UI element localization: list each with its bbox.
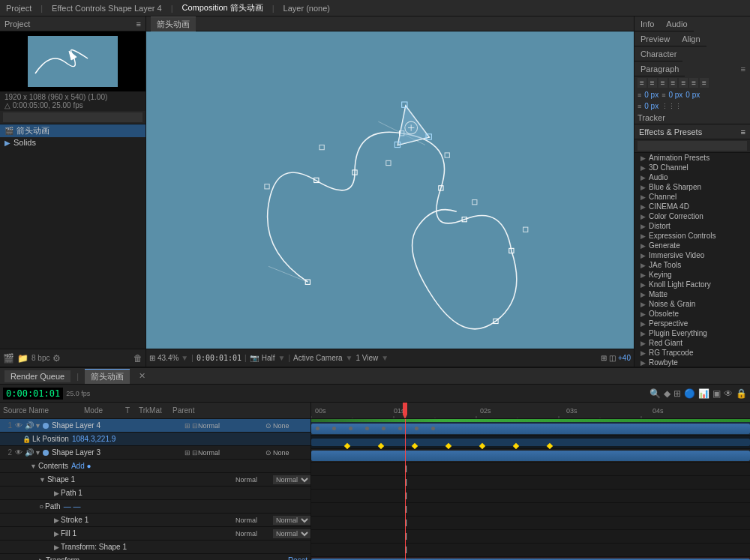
- effects-item[interactable]: ▶Knoll Light Factory: [634, 280, 750, 289]
- align-center-btn[interactable]: ≡: [648, 78, 657, 88]
- snapshot-icon[interactable]: 📷: [250, 354, 259, 362]
- project-search-input[interactable]: [3, 112, 142, 122]
- effects-item[interactable]: ▶Channel: [634, 192, 750, 202]
- fill1-mode[interactable]: Normal: [236, 530, 273, 538]
- expand-path1[interactable]: ▶: [54, 490, 59, 497]
- view-count[interactable]: 1 View: [356, 354, 379, 362]
- expand-fill1[interactable]: ▶: [54, 530, 59, 538]
- zoom-level[interactable]: 43.4%: [158, 354, 178, 362]
- effects-search-input[interactable]: [638, 141, 747, 151]
- effects-item[interactable]: ▶Noise & Grain: [634, 299, 750, 309]
- fill1-mode-select[interactable]: Normal: [273, 529, 310, 538]
- paragraph-menu[interactable]: ≡: [736, 64, 750, 73]
- track-1[interactable]: [311, 422, 750, 436]
- stroke1-mode-select[interactable]: Normal: [273, 516, 310, 525]
- settings-icon[interactable]: ⚙: [52, 353, 61, 364]
- justify-center-btn[interactable]: ≡: [679, 78, 688, 88]
- close-tab-icon[interactable]: ✕: [139, 371, 146, 381]
- shape1-mode-select[interactable]: Normal: [273, 475, 310, 484]
- tab-character[interactable]: Character: [634, 46, 682, 61]
- path1-row[interactable]: ▶ Path 1: [0, 487, 310, 500]
- resolution-select[interactable]: Half: [262, 354, 275, 362]
- effects-item[interactable]: ▶Perspective: [634, 319, 750, 328]
- transform-row[interactable]: ▶ Transform Reset: [0, 554, 310, 560]
- expand-1[interactable]: ▼: [34, 422, 41, 430]
- effects-item[interactable]: ▶3D Channel: [634, 163, 750, 172]
- add-button[interactable]: Add ●: [71, 462, 92, 470]
- shape1-row[interactable]: ▼ Shape 1 Normal Normal: [0, 473, 310, 487]
- effects-item[interactable]: ▶RG Trapcode: [634, 348, 750, 358]
- path-sub-row[interactable]: ○ Path — —: [0, 500, 310, 514]
- shy-icon[interactable]: 👁: [724, 388, 733, 399]
- expand-transform[interactable]: ▶: [39, 557, 44, 561]
- trash-icon[interactable]: 🗑: [134, 353, 142, 364]
- project-panel-title[interactable]: Project: [3, 4, 34, 13]
- tab-paragraph[interactable]: Paragraph: [634, 61, 685, 76]
- collapse-switch-1[interactable]: ⊟: [192, 422, 198, 430]
- effects-item[interactable]: ▶Obsolete: [634, 309, 750, 319]
- stroke1-row[interactable]: ▶ Stroke 1 Normal Normal: [0, 514, 310, 527]
- justify-all-btn[interactable]: ≡: [700, 78, 709, 88]
- shape1-mode[interactable]: Normal: [236, 476, 273, 484]
- effects-item[interactable]: ▶Distort: [634, 221, 750, 231]
- lock-icon[interactable]: 🔒: [736, 388, 747, 399]
- indent3-value[interactable]: 0 px: [686, 91, 700, 99]
- justify-left-btn[interactable]: ≡: [669, 78, 678, 88]
- time-ruler[interactable]: 00s 01s 02s 03s 04s: [311, 403, 750, 419]
- effects-item[interactable]: ▶CINEMA 4D: [634, 202, 750, 211]
- effects-item[interactable]: ▶Plugin Everything: [634, 328, 750, 338]
- layer-subrow-position[interactable]: 🔒 Lk Position 1084.3,221.9: [0, 433, 310, 446]
- effects-item[interactable]: ▶Blue & Sharpen: [634, 182, 750, 192]
- tab-audio[interactable]: Audio: [660, 16, 693, 31]
- collapse-switch-2[interactable]: ⊟: [192, 449, 198, 457]
- add-marker-icon[interactable]: ◆: [664, 388, 670, 399]
- motion-blur-icon[interactable]: 🔵: [684, 388, 695, 399]
- grid-icon[interactable]: ⊞: [601, 354, 607, 362]
- new-comp-icon[interactable]: 🎬: [3, 353, 14, 364]
- parent-icon-1[interactable]: ⊙: [266, 422, 272, 430]
- indent-value[interactable]: 0 px: [644, 91, 658, 99]
- shy-switch-1[interactable]: ⊞: [184, 422, 190, 430]
- layer-vis-1[interactable]: 👁: [14, 421, 24, 430]
- reset-view-icon[interactable]: ⊞: [149, 354, 155, 362]
- stroke1-mode[interactable]: Normal: [236, 517, 273, 524]
- project-menu-icon[interactable]: ≡: [136, 19, 141, 28]
- expand-transform-shape1[interactable]: ▶: [54, 544, 59, 551]
- layer-vis-2[interactable]: 👁: [14, 448, 24, 457]
- layer-audio-1[interactable]: 🔊: [24, 421, 34, 430]
- zoom-icon[interactable]: 🔍: [650, 388, 661, 399]
- layer-mode-1[interactable]: Normal: [198, 422, 236, 430]
- prop-position-value[interactable]: 1084.3,221.9: [72, 435, 116, 443]
- timeline-tab-render[interactable]: Render Queue: [4, 370, 70, 382]
- effects-item[interactable]: ▶JAe Tools: [634, 260, 750, 270]
- space-before-value[interactable]: 0 px: [644, 102, 658, 110]
- time-display[interactable]: 0:00:01:01: [3, 388, 63, 400]
- effects-item[interactable]: ▶Color Correction: [634, 211, 750, 221]
- effects-item[interactable]: ▶Animation Presets: [634, 153, 750, 163]
- path-dots[interactable]: — —: [64, 502, 81, 511]
- plus-icon[interactable]: +40: [618, 354, 631, 362]
- track-2[interactable]: [311, 449, 750, 463]
- effects-item[interactable]: ▶Generate: [634, 241, 750, 250]
- effects-menu-icon[interactable]: ≡: [741, 127, 746, 136]
- effects-item[interactable]: ▶Keying: [634, 270, 750, 280]
- composition-title[interactable]: Composition 箭头动画: [179, 2, 266, 13]
- justify-right-btn[interactable]: ≡: [689, 78, 698, 88]
- collapse-icon[interactable]: ▣: [712, 388, 721, 399]
- expand-2[interactable]: ▼: [34, 449, 41, 457]
- effects-item[interactable]: ▶Matte: [634, 289, 750, 299]
- layer-audio-2[interactable]: 🔊: [24, 448, 34, 457]
- track-3[interactable]: [311, 557, 750, 560]
- project-item-comp[interactable]: 🎬 箭头动画: [0, 124, 146, 137]
- timeline-tab-comp[interactable]: 箭头动画: [85, 369, 130, 384]
- view-label[interactable]: Active Camera: [293, 354, 343, 362]
- fill1-row[interactable]: ▶ Fill 1 Normal Normal: [0, 527, 310, 541]
- effects-item[interactable]: ▶Expression Controls: [634, 231, 750, 241]
- new-folder-icon[interactable]: 📁: [17, 353, 28, 364]
- expand-shape1[interactable]: ▼: [39, 476, 46, 484]
- transform-shape1-row[interactable]: ▶ Transform: Shape 1: [0, 541, 310, 554]
- overlay-icon[interactable]: ◫: [609, 354, 616, 362]
- effects-item[interactable]: ▶Audio: [634, 172, 750, 182]
- parent-icon-2[interactable]: ⊙: [266, 449, 272, 457]
- layer-title[interactable]: Layer (none): [280, 4, 333, 13]
